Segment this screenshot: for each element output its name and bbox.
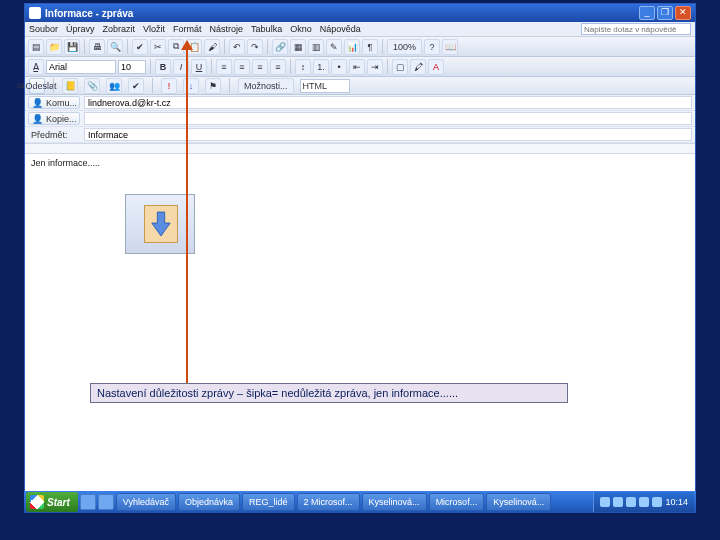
help-icon[interactable]: ?	[424, 39, 440, 55]
annotation-arrow-head	[181, 40, 193, 50]
line-spacing-icon[interactable]: ↕	[295, 59, 311, 75]
spell-icon[interactable]: ✔	[132, 39, 148, 55]
bullets-icon[interactable]: •	[331, 59, 347, 75]
subject-label: Předmět:	[28, 128, 80, 141]
menu-table[interactable]: Tabulka	[251, 24, 282, 34]
font-color-icon[interactable]: A	[428, 59, 444, 75]
zoom-selector[interactable]: 100%	[387, 39, 422, 55]
menu-file[interactable]: Soubor	[29, 24, 58, 34]
close-button[interactable]: ✕	[675, 6, 691, 20]
cc-input[interactable]	[84, 112, 692, 125]
task-item[interactable]: 2 Microsof...	[297, 493, 360, 511]
align-right-icon[interactable]: ≡	[252, 59, 268, 75]
options-button[interactable]: Možnosti...	[238, 78, 294, 94]
send-label: Odeslat	[25, 81, 56, 91]
tray-icon[interactable]	[652, 497, 662, 507]
bold-icon[interactable]: B	[155, 59, 171, 75]
new-icon[interactable]: ▤	[28, 39, 44, 55]
addressbook-icon[interactable]: 👥	[106, 78, 122, 94]
windows-logo-icon	[30, 495, 44, 509]
indent-icon[interactable]: ⇥	[367, 59, 383, 75]
cut-icon[interactable]: ✂	[150, 39, 166, 55]
menu-tools[interactable]: Nástroje	[210, 24, 244, 34]
font-size-selector[interactable]: 10	[118, 60, 146, 74]
task-item[interactable]: Vyhledávač	[116, 493, 176, 511]
menu-edit[interactable]: Úpravy	[66, 24, 95, 34]
align-left-icon[interactable]: ≡	[216, 59, 232, 75]
tray-icon[interactable]	[600, 497, 610, 507]
numbering-icon[interactable]: 1.	[313, 59, 329, 75]
quicklaunch-icon[interactable]	[98, 494, 114, 510]
chart-icon[interactable]: 📊	[344, 39, 360, 55]
show-marks-icon[interactable]: ¶	[362, 39, 378, 55]
message-header-fields: 👤 Komu... lindnerova.d@kr-t.cz 👤 Kopie..…	[25, 95, 695, 144]
menubar: Soubor Úpravy Zobrazit Vložit Formát Nás…	[25, 22, 695, 37]
arrow-down-icon	[150, 210, 172, 238]
importance-low-callout	[125, 194, 195, 254]
align-center-icon[interactable]: ≡	[234, 59, 250, 75]
task-item[interactable]: Objednávka	[178, 493, 240, 511]
font-name-selector[interactable]: Arial	[46, 60, 116, 74]
caption-text: Nastavení důležitosti zprávy – šipka= ne…	[97, 387, 458, 399]
menu-help[interactable]: Nápověda	[320, 24, 361, 34]
titlebar: Informace - zpráva _ ❐ ✕	[25, 4, 695, 22]
tray-icon[interactable]	[639, 497, 649, 507]
quicklaunch-icon[interactable]	[80, 494, 96, 510]
task-item[interactable]: Kyselinová...	[486, 493, 551, 511]
table-icon[interactable]: ▦	[290, 39, 306, 55]
annotation-arrow	[186, 44, 188, 384]
highlight-icon[interactable]: 🖍	[410, 59, 426, 75]
underline-icon[interactable]: U	[191, 59, 207, 75]
styles-icon[interactable]: A̲	[28, 59, 44, 75]
task-item[interactable]: REG_lidé	[242, 493, 295, 511]
drawing-icon[interactable]: ✎	[326, 39, 342, 55]
menu-insert[interactable]: Vložit	[143, 24, 165, 34]
cc-button[interactable]: 👤 Kopie...	[28, 112, 80, 125]
maximize-button[interactable]: ❐	[657, 6, 673, 20]
system-tray: 10:14	[593, 492, 694, 512]
justify-icon[interactable]: ≡	[270, 59, 286, 75]
undo-icon[interactable]: ↶	[229, 39, 245, 55]
menu-view[interactable]: Zobrazit	[103, 24, 136, 34]
preview-icon[interactable]: 🔍	[107, 39, 123, 55]
columns-icon[interactable]: ▥	[308, 39, 324, 55]
help-search-input[interactable]	[581, 23, 691, 35]
minimize-button[interactable]: _	[639, 6, 655, 20]
to-input[interactable]: lindnerova.d@kr-t.cz	[84, 96, 692, 109]
menu-window[interactable]: Okno	[290, 24, 312, 34]
app-icon	[29, 7, 41, 19]
borders-icon[interactable]: ▢	[392, 59, 408, 75]
menu-format[interactable]: Formát	[173, 24, 202, 34]
to-button[interactable]: 👤 Komu...	[28, 96, 80, 109]
start-label: Start	[47, 497, 70, 508]
flag-icon[interactable]: ⚑	[205, 78, 221, 94]
taskbar: Start Vyhledávač Objednávka REG_lidé 2 M…	[24, 491, 696, 513]
outlook-message-window: Informace - zpráva _ ❐ ✕ Soubor Úpravy Z…	[24, 3, 696, 513]
tray-icon[interactable]	[613, 497, 623, 507]
format-painter-icon[interactable]: 🖌	[204, 39, 220, 55]
body-text: Jen informace.....	[31, 158, 100, 168]
importance-high-icon[interactable]: !	[161, 78, 177, 94]
ruler	[25, 144, 695, 154]
format-selector[interactable]: HTML	[300, 79, 350, 93]
hyperlink-icon[interactable]: 🔗	[272, 39, 288, 55]
task-item[interactable]: Kyselinová...	[362, 493, 427, 511]
outdent-icon[interactable]: ⇤	[349, 59, 365, 75]
clock: 10:14	[665, 497, 688, 507]
read-icon[interactable]: 📖	[442, 39, 458, 55]
accounts-icon[interactable]: 📒	[62, 78, 78, 94]
redo-icon[interactable]: ↷	[247, 39, 263, 55]
subject-input[interactable]: Informace	[84, 128, 692, 141]
save-icon[interactable]: 💾	[64, 39, 80, 55]
check-names-icon[interactable]: ✔	[128, 78, 144, 94]
attach-icon[interactable]: 📎	[84, 78, 100, 94]
task-item[interactable]: Microsof...	[429, 493, 485, 511]
formatting-toolbar: A̲ Arial 10 B I U ≡ ≡ ≡ ≡ ↕ 1. • ⇤ ⇥ ▢ 🖍…	[25, 57, 695, 77]
open-icon[interactable]: 📁	[46, 39, 62, 55]
tray-icon[interactable]	[626, 497, 636, 507]
contact-icon: 👤	[32, 98, 43, 108]
start-button[interactable]: Start	[26, 492, 78, 512]
message-body[interactable]: Jen informace.....	[25, 154, 695, 498]
print-icon[interactable]: 🖶	[89, 39, 105, 55]
send-button[interactable]: ✉ Odeslat	[29, 78, 45, 94]
